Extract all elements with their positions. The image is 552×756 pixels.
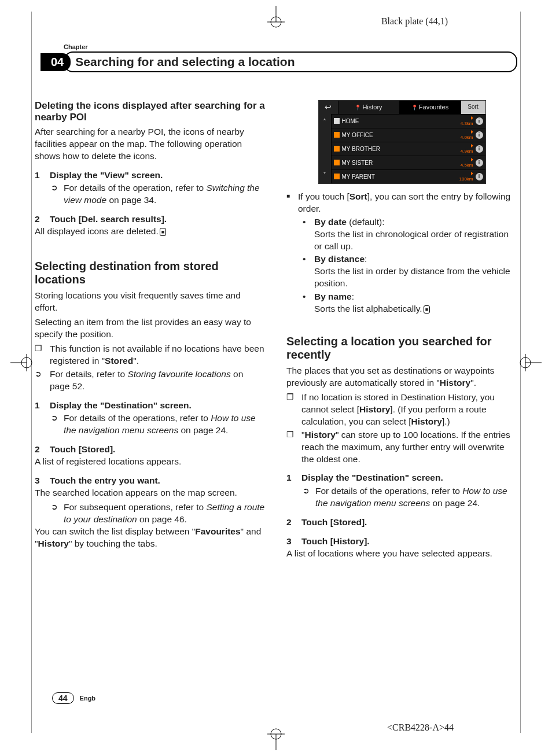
xref-icon: ➲ [51,182,59,206]
fav-icon [334,132,340,138]
para: Selecting an item from the list provides… [35,316,266,341]
square-bullet-icon: ■ [286,191,292,201]
bullet-text: By name:Sorts the list alphabetically.■ [314,291,430,315]
bullet-text: By distance:Sorts the list in order by d… [314,253,517,290]
xref-text: For details of the operations, refer to … [64,412,266,437]
chapter-title: Searching for and selecting a location [75,55,295,68]
step-number: 2 [286,517,295,529]
crop-mark-top [264,6,288,29]
step-title: Touch the entry you want. [50,475,160,487]
note-text: "History" can store up to 100 locations.… [301,429,517,466]
list-item[interactable]: MY BROTHER4.9kmi [332,142,485,156]
chapter-title-wrap: Searching for and selecting a location [64,51,517,72]
para: If you touch [Sort], you can sort the en… [298,191,517,215]
xref-icon: ➲ [51,501,59,526]
end-mark-icon: ■ [424,305,430,314]
step-title: Display the "View" screen. [50,169,163,182]
list-item[interactable]: MY SISTER4.5kmi [332,156,485,169]
step-title: Display the "Destination" screen. [301,472,443,484]
bullet-icon: • [303,253,308,290]
page: Chapter 04 Searching for and selecting a… [0,0,552,585]
step-title: Touch [Stored]. [50,444,115,456]
step-title: Touch [Del. search results]. [50,213,167,226]
para: After searching for a nearby POI, the ic… [35,126,266,163]
plate-label: Black plate (44,1) [381,16,448,27]
back-button[interactable]: ↩ [319,101,338,114]
step-number: 3 [286,536,295,548]
note-icon: ❐ [35,343,44,367]
right-column: ↩ 📍History 📍Favourites Sort ˄ ˅ HOME4.3k… [286,100,517,562]
pin-icon: 📍 [411,105,418,110]
para: You can switch the list display between … [35,526,266,550]
para: Storing locations you visit frequently s… [35,290,266,314]
step-body: A list of locations where you have selec… [286,548,517,560]
note-text: If no location is stored in Destination … [301,392,517,428]
chevron-down-icon[interactable]: ˅ [323,171,326,180]
step-body: All displayed icons are deleted.■ [35,226,266,238]
xref-text: For details of the operation, refer to S… [64,182,266,206]
end-mark-icon: ■ [160,228,166,236]
fav-icon [334,174,340,179]
note-text: This function is not available if no loc… [50,343,266,367]
sort-button[interactable]: Sort [461,101,485,114]
step-title: Display the "Destination" screen. [50,400,192,412]
list-item[interactable]: MY PARENT100kmi [332,169,485,183]
chapter-label: Chapter [64,43,517,50]
page-number: 44 [52,692,74,704]
pin-icon: 📍 [355,105,361,110]
chapter-bar: 04 Searching for and selecting a locatio… [35,51,517,72]
list-item[interactable]: HOME4.3kmi [332,114,485,128]
step-title: Touch [History]. [301,536,370,548]
xref-text: For subsequent operations, refer to Sett… [64,501,266,526]
language-code: Engb [80,695,96,702]
left-column: Deleting the icons displayed after searc… [35,100,266,562]
step-number: 2 [35,444,43,456]
favourites-list: HOME4.3kmi MY OFFICE4.0kmi MY BROTHER4.9… [332,114,485,183]
info-icon[interactable]: i [476,159,483,167]
info-icon[interactable]: i [476,145,483,153]
chevron-up-icon[interactable]: ˄ [323,117,326,127]
heading-deleting-icons: Deleting the icons displayed after searc… [35,100,266,124]
step-number: 1 [286,472,295,484]
tab-favourites[interactable]: 📍Favourites [400,101,461,114]
xref-text: For details of the operations, refer to … [315,485,517,510]
info-icon[interactable]: i [476,173,483,180]
chapter-number: 04 [41,53,71,71]
step-number: 1 [35,169,43,182]
flag-icon [471,158,473,161]
crop-mark-left [10,351,34,374]
step-number: 2 [35,213,43,226]
xref-text: For details, refer to Storing favourite … [50,368,266,393]
info-icon[interactable]: i [476,131,483,139]
flag-icon [471,130,473,134]
flag-icon [471,116,473,120]
crop-mark-right [518,351,542,374]
step-body: A list of registered locations appears. [35,456,266,468]
xref-icon: ➲ [51,412,59,437]
home-icon [334,118,340,124]
step-number: 3 [35,475,43,487]
scroll-buttons[interactable]: ˄ ˅ [319,114,332,183]
fav-icon [334,160,340,165]
fav-icon [334,146,340,152]
info-icon[interactable]: i [476,117,483,125]
page-footer: 44 Engb [52,692,95,704]
tab-history[interactable]: 📍History [338,101,400,114]
flag-icon [471,144,473,147]
heading-selecting-stored: Selecting destination from stored locati… [35,260,266,286]
xref-icon: ➲ [35,368,44,393]
bullet-icon: • [303,291,308,315]
bullet-icon: • [303,216,308,253]
step-body: The searched location appears on the map… [35,487,266,499]
note-icon: ❐ [286,392,296,428]
step-number: 1 [35,400,43,412]
device-screenshot: ↩ 📍History 📍Favourites Sort ˄ ˅ HOME4.3k… [318,100,486,184]
xref-icon: ➲ [303,485,311,510]
bullet-text: By date (default):Sorts the list in chro… [314,216,517,253]
crop-mark-bottom [264,727,288,750]
flag-icon [471,172,473,175]
doc-code: <CRB4228-A>44 [387,722,454,733]
list-item[interactable]: MY OFFICE4.0kmi [332,128,485,142]
note-icon: ❐ [286,429,296,466]
para: The places that you set as destinations … [286,365,517,389]
